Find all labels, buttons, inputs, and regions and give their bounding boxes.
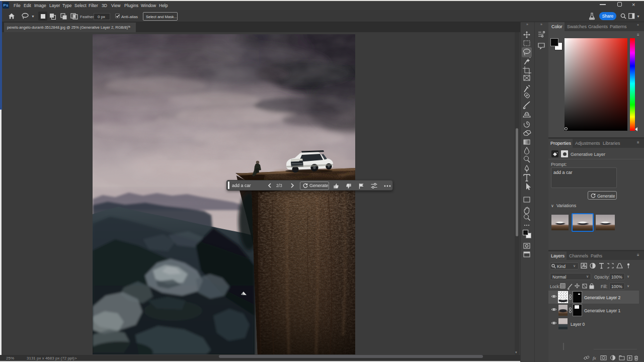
svg-text:fx: fx [593,355,596,360]
